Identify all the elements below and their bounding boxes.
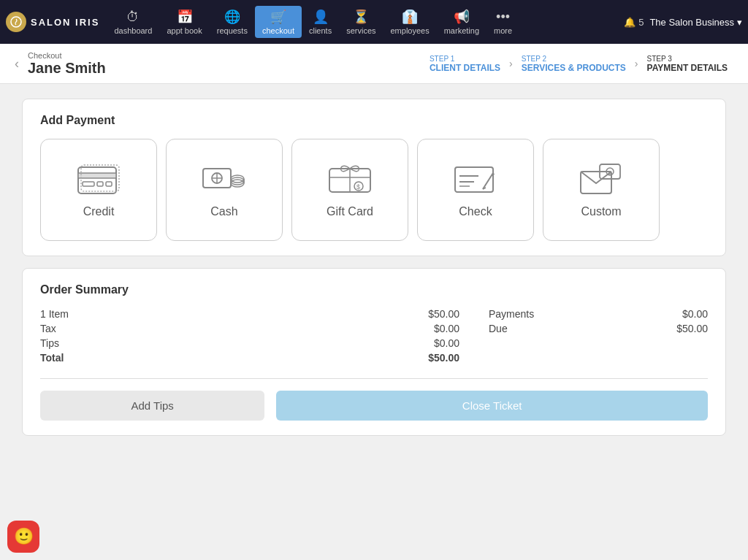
check-icon [452,161,499,199]
add-payment-card: Add Payment Credit [22,99,726,256]
dashboard-icon: ⏱ [126,9,140,25]
due-value: $50.00 [676,323,708,334]
step1-title: CLIENT DETAILS [430,63,500,73]
clients-icon: 👤 [313,9,329,25]
order-summary-title: Order Summary [40,283,708,296]
tax-label: Tax [40,323,56,334]
credit-label: Credit [83,205,115,218]
credit-card-icon [75,161,122,199]
custom-icon: $ [578,161,625,199]
items-value: $50.00 [428,308,459,320]
checkout-info: Checkout Jane Smith [28,51,424,77]
items-label: 1 Item [40,308,69,320]
nav-dashboard[interactable]: ⏱ dashboard [107,7,159,38]
apptbook-icon: 📅 [177,9,193,25]
nav-more[interactable]: ••• more [486,7,519,38]
gift-card-button[interactable]: $ Gift Card [291,139,408,241]
credit-button[interactable]: Credit [40,139,157,241]
main-content: Add Payment Credit [0,84,748,560]
notifications-area[interactable]: 🔔 5 [624,17,644,28]
step-1[interactable]: STEP 1 CLIENT DETAILS [424,52,506,76]
order-row-payments: Payments $0.00 [489,308,708,320]
divider [40,378,708,379]
tax-value: $0.00 [434,323,459,334]
order-row-tax: Tax $0.00 [40,323,459,334]
nav-clients-label: clients [309,26,332,35]
step1-label: STEP 1 [430,55,500,63]
step2-title: SERVICES & PRODUCTS [522,63,626,73]
total-value: $50.00 [428,352,459,364]
back-button[interactable]: ‹ [15,56,19,72]
nav-marketing[interactable]: 📢 marketing [437,6,486,38]
nav-right: 🔔 5 The Salon Business ▾ [624,17,742,28]
payments-value: $0.00 [682,308,708,320]
employees-icon: 👔 [402,9,418,25]
nav-checkout[interactable]: 🛒 checkout [255,6,302,38]
nav-services-label: services [346,26,375,35]
step-arrow-1: › [509,58,513,69]
svg-rect-21 [455,167,493,192]
business-name-dropdown[interactable]: The Salon Business ▾ [649,17,742,28]
step-2[interactable]: STEP 2 SERVICES & PRODUCTS [516,52,632,76]
marketing-icon: 📢 [454,9,470,25]
checkout-label: Checkout [28,51,424,60]
svg-rect-1 [78,167,116,193]
order-row-tips: Tips $0.00 [40,337,459,349]
nav-services[interactable]: ⏳ services [339,6,383,38]
step3-title: PAYMENT DETAILS [647,63,728,73]
chat-widget[interactable]: 🙂 [7,521,39,553]
order-left: 1 Item $50.00 Tax $0.00 Tips $0.00 Total… [40,308,459,367]
chevron-down-icon: ▾ [737,17,742,28]
cash-icon [201,161,248,199]
cash-button[interactable]: Cash [166,139,283,241]
step-3[interactable]: STEP 3 PAYMENT DETAILS [641,52,733,76]
svg-rect-5 [106,182,112,186]
nav-checkout-label: checkout [262,26,294,35]
action-buttons: Add Tips Close Ticket [40,391,708,421]
gift-card-icon: $ [327,161,373,199]
requests-icon: 🌐 [224,9,240,25]
bell-count: 5 [638,17,644,28]
client-name: Jane Smith [28,60,424,77]
custom-button[interactable]: $ Custom [543,139,660,241]
order-row-total: Total $50.00 [40,352,459,364]
order-row-due: Due $50.00 [489,323,708,334]
nav-employees-label: employees [391,26,430,35]
add-payment-title: Add Payment [40,114,708,127]
step-arrow-2: › [635,58,638,69]
logo-text: SALON IRIS [31,17,99,28]
payment-methods: Credit [40,139,708,241]
nav-requests-label: requests [217,26,248,35]
nav-marketing-label: marketing [444,26,479,35]
step2-label: STEP 2 [522,55,626,63]
nav-clients[interactable]: 👤 clients [302,6,339,38]
svg-rect-3 [83,182,94,186]
top-nav: SALON IRIS ⏱ dashboard 📅 appt book 🌐 req… [0,0,748,44]
order-row-items: 1 Item $50.00 [40,308,459,320]
nav-apptbook-label: appt book [167,26,202,35]
order-right: Payments $0.00 Due $50.00 [489,308,708,367]
logo-area: SALON IRIS [6,12,99,32]
salon-logo [6,12,26,32]
total-label: Total [40,352,64,364]
order-summary-card: Order Summary 1 Item $50.00 Tax $0.00 Ti… [22,268,726,436]
add-tips-button[interactable]: Add Tips [40,391,264,421]
checkout-icon: 🛒 [270,9,286,25]
check-button[interactable]: Check [417,139,534,241]
nav-requests[interactable]: 🌐 requests [210,6,255,38]
nav-items: ⏱ dashboard 📅 appt book 🌐 requests 🛒 che… [107,6,624,38]
svg-text:$: $ [608,169,611,176]
steps-area: STEP 1 CLIENT DETAILS › STEP 2 SERVICES … [424,52,733,76]
tips-value: $0.00 [434,337,459,349]
nav-dashboard-label: dashboard [114,26,152,35]
nav-employees[interactable]: 👔 employees [383,6,437,38]
close-ticket-button[interactable]: Close Ticket [276,391,708,421]
svg-text:$: $ [356,183,360,191]
chat-icon: 🙂 [14,527,34,546]
cash-label: Cash [210,205,237,218]
nav-apptbook[interactable]: 📅 appt book [159,6,209,38]
more-icon: ••• [496,9,510,25]
svg-line-25 [483,173,493,189]
order-grid: 1 Item $50.00 Tax $0.00 Tips $0.00 Total… [40,308,708,367]
svg-rect-2 [78,173,116,178]
